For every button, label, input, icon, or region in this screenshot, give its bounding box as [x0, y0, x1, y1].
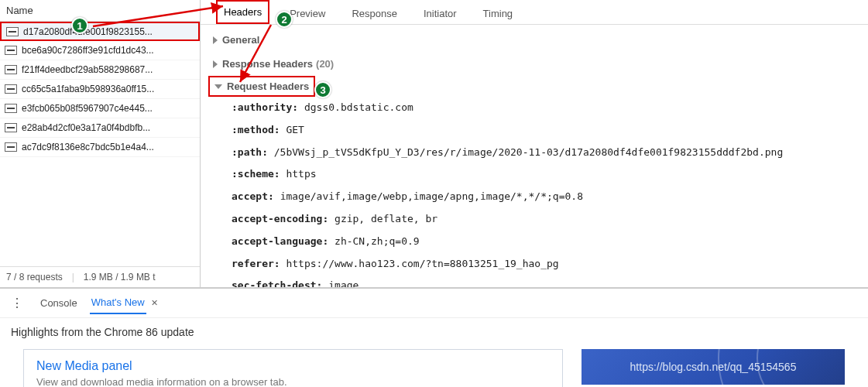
header-row: :authoritydgss0.bdstatic.com: [208, 97, 860, 119]
feature-card-title: New Media panel: [36, 359, 550, 373]
chevron-down-icon: [214, 84, 222, 89]
header-row: refererhttps://www.hao123.com/?tn=880132…: [208, 253, 860, 276]
tab-headers[interactable]: Headers: [216, 0, 269, 24]
tab-preview[interactable]: Preview: [283, 3, 331, 24]
tab-timing[interactable]: Timing: [477, 3, 520, 24]
request-detail-panel: Headers Preview Response Initiator Timin…: [201, 0, 868, 287]
request-name: ac7dc9f8136e8c7bdc5b1e4a4...: [22, 142, 154, 152]
header-key: :scheme: [232, 168, 286, 180]
request-row[interactable]: cc65c5a1faba9b598936a0ff15...: [0, 80, 200, 99]
name-column-header[interactable]: Name: [0, 0, 200, 22]
request-name: e3fcb065b08f5967907c4e445...: [22, 103, 153, 114]
section-request-headers[interactable]: Request Headers: [208, 76, 315, 97]
header-key: accept-language: [232, 235, 335, 247]
chevron-right-icon: [213, 60, 218, 68]
header-value: https://www.hao123.com/?tn=88013251_19_h…: [286, 258, 558, 269]
image-file-icon: [5, 46, 17, 55]
detail-tabs: Headers Preview Response Initiator Timin…: [201, 0, 868, 25]
feature-card[interactable]: New Media panel View and download media …: [23, 349, 563, 387]
chevron-right-icon: [213, 36, 218, 44]
kebab-menu-icon[interactable]: ⋮: [6, 296, 28, 310]
request-count: 7 / 8 requests: [6, 272, 63, 283]
header-value: GET: [286, 124, 304, 135]
network-status-bar: 7 / 8 requests | 1.9 MB / 1.9 MB t: [0, 266, 200, 287]
request-name: f21ff4deedbcf29ab588298687...: [22, 64, 153, 75]
request-row[interactable]: e3fcb065b08f5967907c4e445...: [0, 99, 200, 118]
image-file-icon: [5, 84, 17, 94]
header-value: /5bVWsj_p_tVS5dKfpU_Y_D3/res/r/image/202…: [274, 146, 783, 158]
section-response-label: Response Headers: [222, 58, 313, 70]
watermark-banner: https://blog.csdn.net/qq_45154565: [582, 349, 845, 385]
header-value: zh-CN,zh;q=0.9: [335, 235, 420, 247]
tab-console[interactable]: Console: [39, 293, 79, 313]
header-value: dgss0.bdstatic.com: [304, 101, 413, 113]
header-row: :path/5bVWsj_p_tVS5dKfpU_Y_D3/res/r/imag…: [208, 142, 860, 164]
header-row: acceptimage/avif,image/webp,image/apng,i…: [208, 186, 860, 208]
watermark-text: https://blog.csdn.net/qq_45154565: [630, 361, 797, 373]
headers-sections: General Response Headers (20) Request He…: [201, 25, 868, 287]
header-value: image/avif,image/webp,image/apng,image/*…: [280, 190, 583, 202]
request-row[interactable]: e28ab4d2cf0e3a17a0f4bdbfb...: [0, 118, 200, 138]
header-value: gzip, deflate, br: [335, 213, 437, 224]
request-name: e28ab4d2cf0e3a17a0f4bdbfb...: [22, 122, 150, 133]
header-value: image: [328, 279, 359, 287]
section-general-label: General: [222, 34, 259, 46]
response-headers-count: (20): [316, 58, 334, 70]
request-row[interactable]: f21ff4deedbcf29ab588298687...: [0, 60, 200, 80]
image-file-icon: [5, 65, 17, 74]
image-file-icon: [5, 123, 17, 132]
feature-card-subtitle: View and download media information on a…: [36, 376, 550, 387]
request-name: d17a2080df4dfe001f9823155...: [23, 26, 153, 37]
section-request-label: Request Headers: [227, 80, 309, 92]
header-key: sec-fetch-dest: [232, 279, 328, 287]
whats-new-heading: Highlights from the Chrome 86 update: [11, 326, 857, 338]
header-row: accept-encodinggzip, deflate, br: [208, 208, 860, 231]
section-response-headers[interactable]: Response Headers (20): [208, 52, 860, 76]
request-rows: d17a2080df4dfe001f9823155... bce6a90c728…: [0, 22, 200, 266]
request-name: cc65c5a1faba9b598936a0ff15...: [22, 84, 154, 94]
request-name: bce6a90c7286ff3e91cfd1dc43...: [22, 45, 154, 56]
close-icon[interactable]: ✕: [151, 298, 158, 308]
request-row-selected[interactable]: d17a2080df4dfe001f9823155...: [0, 22, 200, 41]
header-row: :methodGET: [208, 119, 860, 142]
request-row[interactable]: ac7dc9f8136e8c7bdc5b1e4a4...: [0, 138, 200, 157]
header-key: :authority: [232, 101, 304, 113]
whats-new-cards: New Media panel View and download media …: [11, 349, 857, 387]
header-key: :method: [232, 124, 286, 135]
header-key: referer: [232, 258, 286, 269]
request-row[interactable]: bce6a90c7286ff3e91cfd1dc43...: [0, 41, 200, 60]
header-row: accept-languagezh-CN,zh;q=0.9: [208, 231, 860, 253]
header-value: https: [286, 168, 316, 180]
tab-response[interactable]: Response: [345, 3, 403, 24]
tab-initiator[interactable]: Initiator: [417, 3, 463, 24]
header-key: :path: [232, 146, 274, 158]
header-key: accept-encoding: [232, 213, 335, 224]
header-row: sec-fetch-destimage: [208, 275, 860, 287]
transfer-size: 1.9 MB / 1.9 MB t: [84, 272, 156, 283]
tab-whats-new[interactable]: What's New: [90, 292, 146, 314]
devtools-drawer: ⋮ Console What's New ✕ Highlights from t…: [0, 288, 868, 387]
section-general[interactable]: General: [208, 28, 860, 52]
drawer-body: Highlights from the Chrome 86 update New…: [0, 318, 868, 387]
header-row: :schemehttps: [208, 163, 860, 186]
network-request-list: Name d17a2080df4dfe001f9823155... bce6a9…: [0, 0, 201, 287]
image-file-icon: [5, 142, 17, 152]
header-key: accept: [232, 190, 280, 202]
status-separator: |: [72, 272, 74, 283]
image-file-icon: [5, 104, 17, 113]
image-file-icon: [6, 27, 19, 36]
drawer-tabs: ⋮ Console What's New ✕: [0, 289, 868, 318]
